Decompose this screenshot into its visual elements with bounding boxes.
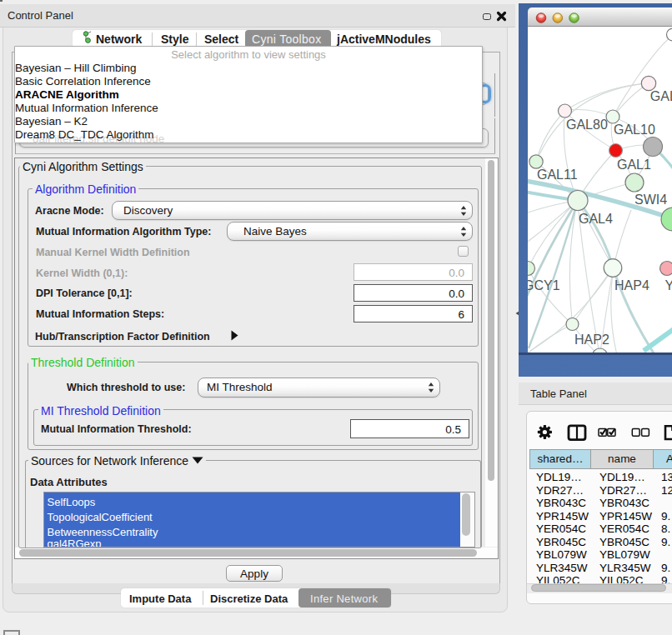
svg-text:GAL11: GAL11 <box>537 168 578 182</box>
svg-text:GAL4: GAL4 <box>579 212 613 226</box>
svg-text:GCY1: GCY1 <box>528 278 560 292</box>
svg-text:SWI4: SWI4 <box>634 192 667 207</box>
svg-text:HAP4: HAP4 <box>614 278 649 292</box>
svg-text:GAL2: GAL2 <box>650 89 672 103</box>
svg-text:GAL10: GAL10 <box>614 122 655 137</box>
svg-text:GAL80: GAL80 <box>566 118 608 132</box>
svg-text:HAP2: HAP2 <box>574 332 609 347</box>
svg-text:GAL1: GAL1 <box>617 158 651 172</box>
svg-text:YB: YB <box>665 278 672 292</box>
